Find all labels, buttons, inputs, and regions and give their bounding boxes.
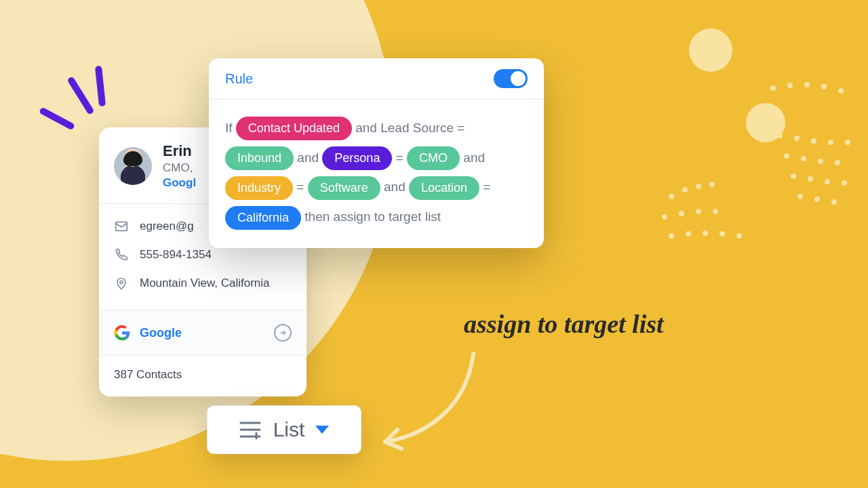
svg-point-5 — [679, 211, 684, 216]
svg-point-28 — [808, 176, 813, 182]
email-value: egreen@g — [140, 220, 194, 233]
svg-point-1 — [682, 187, 688, 192]
contact-company-link[interactable]: Googl — [163, 176, 196, 190]
svg-point-8 — [669, 233, 674, 239]
svg-point-25 — [818, 159, 823, 164]
company-row[interactable]: Google — [99, 310, 307, 356]
google-logo-icon — [114, 325, 130, 341]
rule-token-if: If — [225, 121, 233, 135]
location-value: Mountain View, California — [140, 277, 270, 290]
svg-point-13 — [770, 85, 776, 91]
bg-dots — [644, 61, 861, 264]
chip-location[interactable]: Location — [409, 176, 479, 200]
svg-point-17 — [838, 88, 844, 94]
svg-point-26 — [835, 160, 840, 165]
stage: Erin CMO, Googl egreen@g 555-894-1354 — [0, 0, 868, 488]
svg-point-9 — [686, 231, 691, 237]
rule-panel: Rule If Contact Updated and Lead Source … — [209, 58, 544, 248]
svg-point-33 — [831, 199, 837, 205]
rule-token-eq: = — [296, 180, 304, 194]
svg-point-2 — [696, 184, 701, 189]
chip-inbound[interactable]: Inbound — [225, 146, 294, 170]
svg-point-30 — [842, 180, 847, 186]
mail-icon — [114, 219, 129, 234]
rule-token-lead-source: Lead Source — [380, 121, 454, 135]
handwriting-label: assign to target list — [464, 309, 664, 339]
svg-point-0 — [669, 194, 674, 199]
rule-token-then: then assign to target list — [304, 209, 441, 224]
avatar — [114, 147, 152, 185]
contact-name: Erin — [163, 142, 196, 160]
svg-point-20 — [811, 138, 816, 144]
svg-point-27 — [791, 174, 796, 179]
rule-token-and: and — [384, 180, 406, 194]
open-company-icon[interactable] — [274, 324, 292, 342]
svg-point-29 — [825, 179, 830, 184]
chevron-down-icon — [315, 426, 329, 434]
chip-software[interactable]: Software — [308, 176, 380, 200]
rule-header: Rule — [209, 58, 544, 100]
rule-token-eq: = — [457, 121, 465, 135]
chip-persona[interactable]: Persona — [322, 146, 392, 170]
svg-point-32 — [814, 197, 820, 202]
list-label: List — [273, 418, 305, 441]
rule-body: If Contact Updated and Lead Source = Inb… — [209, 100, 544, 248]
svg-point-16 — [821, 84, 827, 89]
phone-icon — [114, 247, 129, 262]
list-dropdown[interactable]: List — [207, 405, 361, 454]
hand-arrow-icon — [372, 347, 494, 462]
chip-california[interactable]: California — [225, 206, 301, 230]
svg-point-12 — [736, 233, 742, 239]
svg-point-19 — [794, 136, 800, 141]
phone-value: 555-894-1354 — [140, 248, 212, 262]
svg-point-4 — [662, 214, 667, 220]
rule-token-and: and — [463, 150, 485, 165]
location-row[interactable]: Mountain View, California — [114, 269, 292, 298]
svg-point-22 — [845, 140, 850, 145]
rule-toggle[interactable] — [494, 69, 528, 88]
list-add-icon — [239, 420, 262, 439]
svg-point-18 — [777, 133, 783, 138]
pin-icon — [114, 276, 129, 291]
svg-point-31 — [797, 194, 803, 199]
svg-point-23 — [784, 153, 789, 159]
svg-point-35 — [120, 281, 123, 283]
rule-token-and: and — [297, 150, 319, 165]
svg-point-3 — [709, 182, 715, 187]
svg-point-10 — [703, 230, 708, 236]
chip-cmo[interactable]: CMO — [407, 146, 460, 170]
svg-point-24 — [801, 156, 806, 161]
svg-point-7 — [713, 209, 718, 214]
svg-point-11 — [719, 231, 725, 237]
svg-point-15 — [804, 82, 810, 87]
chip-industry[interactable]: Industry — [225, 176, 293, 200]
company-name: Google — [140, 326, 182, 340]
rule-title: Rule — [225, 71, 253, 87]
rule-token-eq: = — [483, 180, 490, 194]
rule-token-and: and — [355, 121, 377, 135]
svg-point-6 — [696, 209, 701, 214]
svg-point-14 — [787, 83, 793, 88]
svg-point-21 — [828, 140, 833, 145]
rule-token-eq: = — [396, 150, 403, 165]
chip-contact-updated[interactable]: Contact Updated — [236, 117, 352, 140]
contact-title: CMO, — [163, 161, 196, 175]
contacts-count: 387 Contacts — [99, 356, 307, 396]
